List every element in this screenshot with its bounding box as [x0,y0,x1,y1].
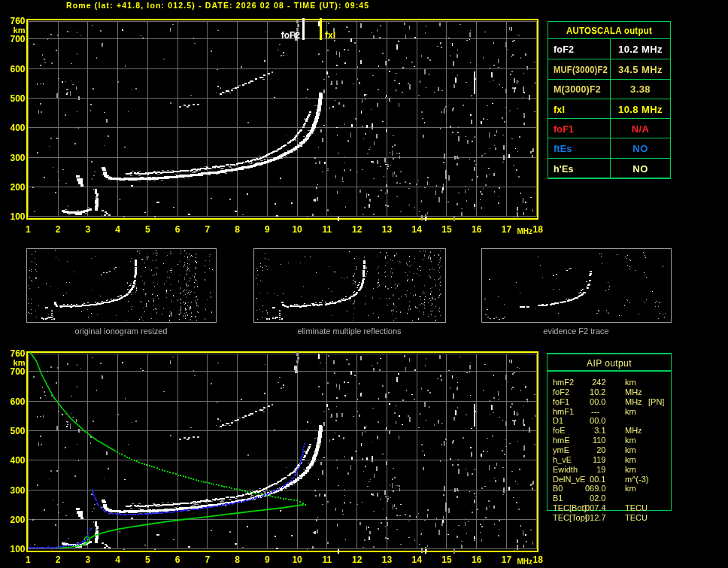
svg-text:00.0: 00.0 [590,416,605,425]
svg-text:MUF(3000)F2: MUF(3000)F2 [554,65,608,75]
svg-text:100: 100 [10,211,25,222]
svg-text:16: 16 [472,224,482,235]
svg-text:foF2: foF2 [554,44,574,55]
svg-text:20: 20 [596,445,605,454]
svg-text:TEC[Top]: TEC[Top] [553,513,587,522]
svg-text:500: 500 [10,426,25,436]
svg-text:760: 760 [10,16,25,26]
svg-text:012.7: 012.7 [585,513,606,522]
svg-text:h_vE: h_vE [553,455,572,464]
svg-text:---: --- [591,407,599,416]
svg-text:110: 110 [593,436,606,445]
svg-text:200: 200 [10,515,25,525]
svg-text:1: 1 [26,224,31,235]
svg-text:15: 15 [441,554,452,565]
svg-text:10.2: 10.2 [590,387,605,396]
svg-text:foE: foE [553,426,566,435]
svg-text:2: 2 [56,224,61,235]
svg-text:11: 11 [323,224,332,235]
svg-text:h'Es: h'Es [554,164,574,175]
svg-text:km: km [625,378,636,387]
svg-text:069.0: 069.0 [585,484,606,493]
svg-text:10.2 MHz: 10.2 MHz [618,44,663,55]
svg-text:7: 7 [205,224,211,235]
svg-text:8: 8 [235,224,240,235]
svg-text:19: 19 [596,465,605,474]
svg-text:ftEs: ftEs [554,144,572,154]
svg-text:eliminate multiple reflections: eliminate multiple reflections [297,327,402,336]
svg-text:9: 9 [265,224,270,235]
svg-text:200: 200 [10,182,25,193]
svg-text:4: 4 [115,554,120,565]
svg-text:119: 119 [593,455,606,464]
svg-text:km: km [625,465,636,474]
svg-text:6: 6 [175,224,180,235]
svg-text:11: 11 [323,554,332,565]
svg-text:fxI: fxI [325,30,335,41]
svg-text:AIP output: AIP output [587,358,632,369]
svg-text:foF2: foF2 [281,30,301,41]
svg-text:007.4: 007.4 [585,503,606,512]
svg-text:5: 5 [145,224,150,235]
svg-text:MHz: MHz [625,397,642,406]
svg-text:NO: NO [632,143,648,154]
svg-text:3.38: 3.38 [630,84,651,95]
svg-text:8: 8 [235,554,240,565]
svg-text:14: 14 [412,554,423,565]
svg-text:D1: D1 [553,416,563,425]
svg-text:300: 300 [10,153,25,163]
svg-text:MHz: MHz [625,387,642,396]
svg-text:18: 18 [533,224,544,235]
svg-text:hmE: hmE [553,436,570,445]
svg-text:5: 5 [145,554,150,565]
svg-text:10.8 MHz: 10.8 MHz [618,104,663,115]
svg-text:2: 2 [56,554,61,565]
svg-text:760: 760 [10,348,25,359]
svg-text:1: 1 [26,554,31,565]
svg-text:original ionogram resized: original ionogram resized [75,327,168,336]
svg-text:DelN_vE: DelN_vE [553,475,585,484]
svg-text:TECU: TECU [625,503,648,512]
svg-text:AUTOSCALA output: AUTOSCALA output [566,26,652,36]
svg-text:300: 300 [10,485,25,496]
svg-text:12: 12 [352,224,362,235]
svg-text:10: 10 [292,554,302,565]
svg-text:MHz: MHz [517,227,533,235]
svg-text:[PN]: [PN] [648,397,664,406]
svg-text:Ewidth: Ewidth [553,465,578,474]
svg-text:34.5 MHz: 34.5 MHz [618,64,663,75]
svg-text:km: km [625,407,636,416]
svg-text:3.1: 3.1 [594,426,605,435]
svg-text:MHz: MHz [517,557,533,566]
svg-text:242: 242 [592,378,605,387]
svg-text:MHz: MHz [625,426,642,435]
svg-text:13: 13 [382,554,393,565]
svg-text:14: 14 [412,224,423,235]
svg-text:foF1: foF1 [553,397,569,406]
svg-text:TECU: TECU [625,513,648,522]
svg-text:hmF2: hmF2 [553,378,574,387]
svg-text:400: 400 [10,123,25,133]
svg-text:B0: B0 [553,484,563,493]
svg-text:600: 600 [10,64,25,74]
svg-text:4: 4 [115,224,120,235]
svg-text:foF2: foF2 [553,387,569,396]
svg-text:700: 700 [10,34,25,44]
svg-text:10: 10 [292,224,302,235]
svg-text:6: 6 [175,554,180,565]
svg-text:ymE: ymE [553,445,569,454]
svg-text:00.0: 00.0 [590,397,605,406]
svg-text:00.1: 00.1 [590,475,605,484]
svg-text:9: 9 [265,554,270,565]
svg-text:3: 3 [85,224,90,235]
svg-text:hmF1: hmF1 [553,407,574,416]
svg-text:km: km [625,445,636,454]
svg-text:km: km [625,436,636,445]
svg-text:17: 17 [502,554,512,565]
svg-text:16: 16 [472,554,482,565]
svg-text:400: 400 [10,455,25,466]
svg-text:600: 600 [10,396,25,407]
svg-text:18: 18 [533,554,544,565]
svg-text:15: 15 [441,224,452,235]
svg-text:7: 7 [205,554,211,565]
